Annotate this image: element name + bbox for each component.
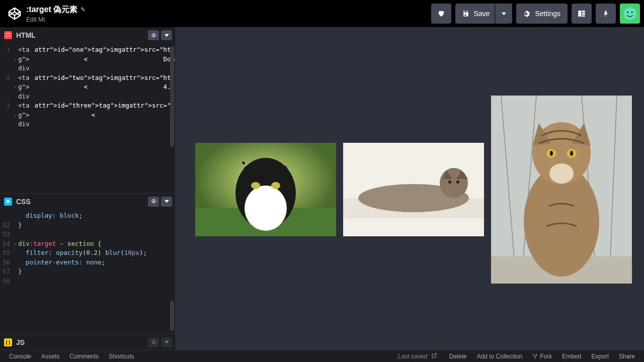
save-dropdown[interactable] [495,4,512,24]
title-area: :target 偽元素 ✎ Edit Mr. [26,5,86,23]
js-collapse-button[interactable] [161,337,172,347]
html-editor[interactable]: 1▸<tag">div attr">id="one"><tag">img att… [0,43,175,193]
js-badge-icon: ( ) [4,338,12,346]
svg-point-32 [550,151,553,156]
svg-point-7 [153,35,154,36]
css-badge-icon: ✱ [4,198,12,206]
js-panel-header: ( ) JS [0,334,175,350]
editor-column: ❐ HTML 1▸<tag">div attr">id="one"><tag">… [0,27,175,352]
svg-point-33 [570,151,573,156]
heart-button[interactable] [431,4,451,24]
html-panel-title: HTML [16,31,36,39]
gallery [195,96,632,284]
svg-point-9 [153,341,154,343]
svg-point-37 [535,357,536,358]
css-panel-title: CSS [16,198,31,206]
svg-point-20 [448,180,451,184]
svg-rect-0 [578,11,581,17]
settings-label: Settings [535,10,560,18]
js-settings-button[interactable] [148,337,159,347]
layout-button[interactable] [572,4,592,24]
svg-point-36 [536,354,537,355]
footer-embed[interactable]: Embed [557,353,586,360]
preview-image-three[interactable] [491,96,632,284]
svg-point-8 [153,201,154,202]
css-panel-header: ✱ CSS [0,193,175,209]
save-button[interactable]: Save [455,4,495,24]
svg-point-19 [440,168,468,198]
svg-point-13 [245,186,287,231]
open-external-icon[interactable] [431,352,437,360]
svg-point-5 [627,12,628,13]
svg-rect-3 [582,15,585,17]
last-saved-label: Last saved [398,353,427,360]
svg-rect-2 [582,13,585,15]
save-label: Save [473,10,490,18]
css-editor[interactable]: display: block;52}5354▸div:target ~ sect… [0,209,175,334]
header: :target 偽元素 ✎ Edit Mr. Save Settings [0,0,644,27]
footer-comments[interactable]: Comments [64,353,104,360]
js-panel-title: JS [16,338,25,346]
preview-image-one[interactable] [195,143,336,236]
codepen-logo-icon[interactable] [8,7,21,20]
pen-title[interactable]: :target 偽元素 [26,5,77,15]
html-collapse-button[interactable] [161,30,172,40]
footer-delete[interactable]: Delete [444,353,472,360]
footer-share[interactable]: Share [614,353,640,360]
scrollbar[interactable] [170,301,174,331]
html-settings-button[interactable] [148,30,159,40]
footer-shortcuts[interactable]: Shortcuts [104,353,139,360]
pin-button[interactable] [596,4,616,24]
settings-button[interactable]: Settings [516,4,568,24]
footer-fork[interactable]: Fork [527,353,557,360]
preview-image-two[interactable] [343,143,484,236]
main-area: ❐ HTML 1▸<tag">div attr">id="one"><tag">… [0,27,644,352]
footer-export[interactable]: Export [586,353,614,360]
footer-console[interactable]: Console [4,353,36,360]
svg-point-14 [251,182,260,189]
footer-assets[interactable]: Assets [36,353,64,360]
author[interactable]: Edit Mr. [26,16,86,23]
preview-pane [175,27,644,352]
svg-rect-1 [582,11,585,12]
html-panel-header: ❐ HTML [0,27,175,43]
edit-title-icon[interactable]: ✎ [80,6,86,13]
svg-point-35 [533,354,534,355]
svg-point-6 [631,12,633,13]
avatar[interactable] [620,4,640,24]
cursor-icon [242,160,247,167]
svg-point-34 [549,163,574,184]
css-collapse-button[interactable] [161,197,172,207]
html-badge-icon: ❐ [4,31,12,39]
footer-add-to-collection[interactable]: Add to Collection [472,353,528,360]
svg-point-21 [456,180,459,184]
svg-point-15 [271,182,280,189]
footer: ConsoleAssetsCommentsShortcuts Last save… [0,350,644,362]
css-settings-button[interactable] [148,197,159,207]
svg-point-4 [623,7,636,20]
scrollbar[interactable] [170,46,174,147]
